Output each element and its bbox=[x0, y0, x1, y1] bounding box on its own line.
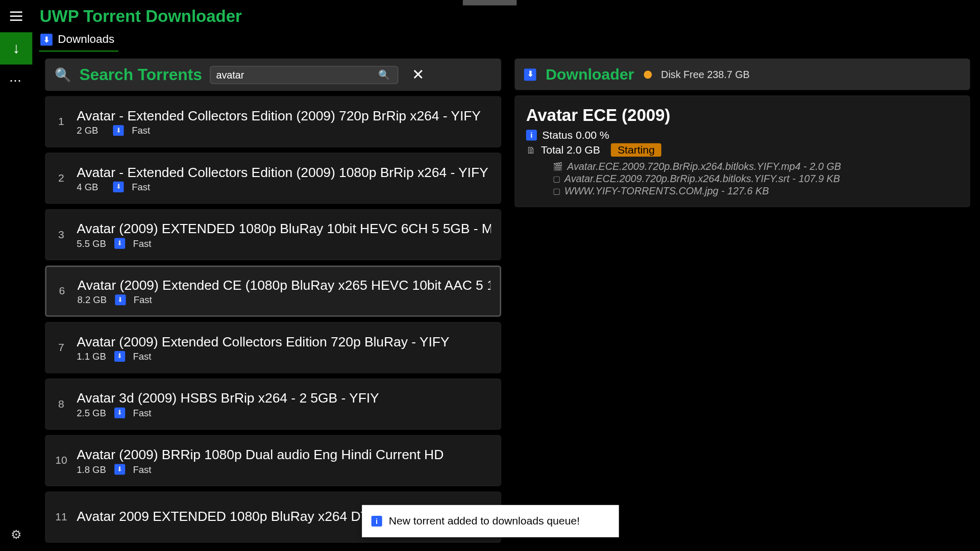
tab-label: Downloads bbox=[58, 33, 114, 46]
status-badge: Starting bbox=[611, 143, 662, 157]
file-type-icon: 🎬 bbox=[553, 162, 563, 171]
result-speed: Fast bbox=[133, 350, 151, 361]
result-speed: Fast bbox=[132, 181, 150, 192]
download-file-item: ▢Avatar.ECE.2009.720p.BrRip.x264.bitloks… bbox=[553, 173, 959, 184]
search-result-item[interactable]: 1Avatar - Extended Collectors Edition (2… bbox=[45, 96, 501, 147]
result-number: 2 bbox=[55, 172, 67, 184]
result-size: 8.2 GB bbox=[78, 294, 107, 305]
gear-icon: ⚙ bbox=[11, 527, 21, 542]
app-title: UWP Torrent Downloader bbox=[37, 4, 979, 26]
result-title: Avatar (2009) BRRip 1080p Dual audio Eng… bbox=[77, 447, 491, 462]
speed-icon: ⬇ bbox=[113, 181, 124, 192]
result-title: Avatar (2009) Extended Collectors Editio… bbox=[77, 334, 491, 349]
toast-text: New torrent added to downloads queue! bbox=[389, 515, 580, 528]
download-total: Total 2.0 GB bbox=[541, 144, 600, 156]
search-input-container: 🔍 bbox=[210, 66, 399, 84]
search-title: Search Torrents bbox=[80, 65, 202, 84]
result-number: 10 bbox=[55, 455, 67, 467]
download-file-item: ▢WWW.YIFY-TORRENTS.COM.jpg - 127.6 KB bbox=[553, 185, 959, 196]
file-icon: 🗎 bbox=[526, 144, 535, 155]
magnifier-icon: 🔍 bbox=[55, 66, 71, 83]
search-result-item[interactable]: 7Avatar (2009) Extended Collectors Editi… bbox=[45, 322, 501, 373]
speed-icon: ⬇ bbox=[114, 407, 125, 418]
download-status: Status 0.00 % bbox=[542, 129, 609, 141]
download-tab-icon: ⬇ bbox=[40, 34, 53, 46]
tab-downloads[interactable]: ⬇ Downloads bbox=[39, 30, 118, 52]
search-result-item[interactable]: 2Avatar - Extended Collectors Edition (2… bbox=[45, 153, 501, 204]
result-size: 2 GB bbox=[77, 124, 105, 135]
disk-free-text: Disk Free 238.7 GB bbox=[661, 68, 750, 80]
toast-notification[interactable]: i New torrent added to downloads queue! bbox=[362, 505, 619, 537]
result-number: 8 bbox=[55, 398, 67, 410]
active-download-card[interactable]: Avatar ECE (2009) i Status 0.00 % 🗎 Tota… bbox=[514, 95, 970, 207]
result-speed: Fast bbox=[133, 407, 151, 418]
download-title: Avatar ECE (2009) bbox=[526, 106, 959, 125]
result-size: 5.5 GB bbox=[77, 238, 106, 248]
search-input[interactable] bbox=[216, 69, 375, 80]
download-file-list: 🎬Avatar.ECE.2009.720p.BrRip.x264.bitloks… bbox=[526, 161, 959, 196]
result-size: 2.5 GB bbox=[77, 407, 106, 418]
result-speed: Fast bbox=[132, 124, 150, 135]
downloader-title: Downloader bbox=[546, 65, 634, 84]
search-result-item[interactable]: 6Avatar (2009) Extended CE (1080p BluRay… bbox=[45, 266, 501, 317]
download-arrow-icon: ↓ bbox=[12, 40, 19, 57]
file-type-icon: ▢ bbox=[553, 186, 560, 195]
result-size: 4 GB bbox=[77, 181, 105, 192]
speed-icon: ⬇ bbox=[115, 294, 126, 305]
search-submit-icon[interactable]: 🔍 bbox=[376, 69, 393, 80]
search-panel-header: 🔍 Search Torrents 🔍 ✕ bbox=[45, 59, 501, 91]
result-size: 1.8 GB bbox=[77, 464, 106, 474]
info-icon: i bbox=[526, 130, 537, 140]
downloader-icon: ⬇ bbox=[524, 68, 536, 81]
result-number: 6 bbox=[56, 285, 68, 297]
info-icon: i bbox=[372, 516, 382, 527]
result-title: Avatar (2009) Extended CE (1080p BluRay … bbox=[78, 278, 491, 293]
result-speed: Fast bbox=[133, 464, 151, 474]
search-results-list: 1Avatar - Extended Collectors Edition (2… bbox=[45, 96, 501, 542]
result-size: 1.1 GB bbox=[77, 350, 106, 361]
hamburger-icon bbox=[10, 11, 22, 20]
download-file-item: 🎬Avatar.ECE.2009.720p.BrRip.x264.bitloks… bbox=[553, 161, 959, 172]
more-icon: ⋯ bbox=[9, 73, 22, 88]
speed-icon: ⬇ bbox=[113, 124, 124, 135]
result-title: Avatar - Extended Collectors Edition (20… bbox=[77, 108, 491, 123]
sidebar: ↓ ⋯ ⚙ bbox=[0, 0, 32, 550]
downloader-header: ⬇ Downloader Disk Free 238.7 GB bbox=[514, 59, 970, 90]
speed-icon: ⬇ bbox=[114, 350, 125, 361]
search-result-item[interactable]: 10Avatar (2009) BRRip 1080p Dual audio E… bbox=[45, 435, 501, 486]
result-number: 1 bbox=[55, 116, 67, 128]
file-type-icon: ▢ bbox=[553, 174, 560, 183]
search-result-item[interactable]: 3Avatar (2009) EXTENDED 1080p BluRay 10b… bbox=[45, 209, 501, 260]
result-title: Avatar - Extended Collectors Edition (20… bbox=[77, 164, 491, 180]
speed-icon: ⬇ bbox=[114, 238, 125, 248]
more-nav-button[interactable]: ⋯ bbox=[0, 65, 32, 97]
clear-search-button[interactable]: ✕ bbox=[406, 66, 429, 83]
search-result-item[interactable]: 8Avatar 3d (2009) HSBS BrRip x264 - 2 5G… bbox=[45, 379, 501, 430]
downloads-nav-button[interactable]: ↓ bbox=[0, 32, 32, 64]
menu-button[interactable] bbox=[0, 0, 32, 32]
result-title: Avatar (2009) EXTENDED 1080p BluRay 10bi… bbox=[77, 221, 491, 236]
speed-icon: ⬇ bbox=[114, 464, 125, 474]
disk-indicator-icon bbox=[644, 70, 652, 79]
result-number: 3 bbox=[55, 229, 67, 241]
result-speed: Fast bbox=[133, 238, 151, 248]
result-number: 11 bbox=[55, 511, 67, 523]
result-number: 7 bbox=[55, 342, 67, 354]
result-speed: Fast bbox=[134, 294, 152, 305]
settings-button[interactable]: ⚙ bbox=[0, 518, 32, 550]
result-title: Avatar 3d (2009) HSBS BrRip x264 - 2 5GB… bbox=[77, 390, 491, 406]
